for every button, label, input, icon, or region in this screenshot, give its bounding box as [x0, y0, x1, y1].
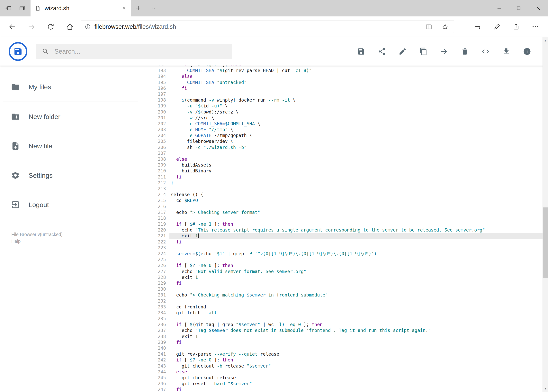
code-line[interactable]: 208 else — [141, 156, 542, 162]
code-text[interactable]: -e COMMIT_SHA=$COMMIT_SHA \ — [169, 121, 542, 127]
code-line[interactable]: 194 else — [141, 73, 542, 79]
code-text[interactable]: fi — [169, 339, 542, 345]
edit-button[interactable] — [399, 47, 407, 56]
code-text[interactable]: git reset --hard "$semver" — [169, 381, 542, 386]
favorite-star-icon[interactable] — [441, 23, 449, 30]
copy-button[interactable] — [419, 47, 428, 56]
code-text[interactable] — [169, 150, 542, 156]
save-button[interactable] — [357, 47, 365, 56]
code-text[interactable]: else — [169, 73, 542, 79]
code-line[interactable]: 220 echo "This release script requires a… — [141, 227, 542, 233]
code-text[interactable]: sh -c "./wizard.sh -b" — [169, 144, 542, 150]
code-text[interactable] — [169, 298, 542, 304]
code-text[interactable]: echo "> Checking matching $semver in fro… — [169, 292, 542, 298]
more-ellipsis-icon[interactable] — [526, 17, 545, 36]
code-text[interactable]: -v /$(pwd):/src:z \ — [169, 109, 542, 115]
code-text[interactable]: $(command -v winpty) docker run --rm -it… — [169, 97, 542, 103]
code-line[interactable]: 195 COMMIT_SHA="untracked" — [141, 79, 542, 85]
fold-arrow-icon[interactable]: ▾ — [171, 192, 172, 197]
code-text[interactable] — [169, 257, 542, 262]
code-text[interactable]: else — [169, 156, 542, 162]
set-tabs-aside-icon[interactable] — [5, 5, 12, 12]
code-line[interactable]: 205 filebrowser/dev \ — [141, 138, 542, 144]
code-editor[interactable]: 192 if [ -d ".git" ]; then193 COMMIT_SHA… — [141, 66, 542, 392]
code-line[interactable]: 245 git checkout release — [141, 375, 542, 381]
app-logo[interactable] — [9, 42, 28, 61]
code-line[interactable]: 213 — [141, 186, 542, 192]
code-line[interactable]: 197 — [141, 91, 542, 97]
share-file-button[interactable] — [378, 47, 386, 56]
code-text[interactable]: exit 1 — [169, 274, 542, 280]
code-line[interactable]: 226 if [ $? -ne 0 ]; then — [141, 262, 542, 268]
code-line[interactable]: 227 echo "Not valid semver format. See s… — [141, 268, 542, 274]
home-button[interactable] — [60, 17, 79, 36]
code-text[interactable]: fi — [169, 85, 542, 91]
download-button[interactable] — [502, 47, 510, 56]
code-text[interactable]: fi — [169, 174, 542, 180]
code-line[interactable]: 247 fi — [141, 386, 542, 392]
sidebar-item-new-file[interactable]: New file — [0, 131, 141, 161]
code-line[interactable]: 217 echo "> Checking semver format" — [141, 210, 542, 215]
code-line[interactable]: 225 — [141, 257, 542, 262]
code-line[interactable]: 218 — [141, 215, 542, 221]
code-text[interactable]: if [ $(git tag | grep "$semver" | wc -l)… — [169, 322, 542, 327]
delete-button[interactable] — [461, 47, 469, 56]
code-text[interactable]: buildBinary — [169, 168, 542, 174]
code-text[interactable]: if [ $? -ne 0 ]; then — [169, 262, 542, 268]
code-line[interactable]: 224 semver=$(echo "$1" | grep -P '^v(0|[… — [141, 251, 542, 257]
code-line[interactable]: 243 git checkout -b release "$semver" — [141, 363, 542, 369]
close-button[interactable] — [528, 0, 548, 16]
code-text[interactable]: } — [169, 180, 542, 186]
code-line[interactable]: 215 cd $REPO — [141, 197, 542, 203]
code-line[interactable]: 202 -e COMMIT_SHA=$COMMIT_SHA \ — [141, 121, 542, 127]
code-text[interactable]: -w //src \ — [169, 115, 542, 121]
code-text[interactable]: filebrowser/dev \ — [169, 138, 542, 144]
code-text[interactable] — [169, 286, 542, 292]
code-line[interactable]: 235 — [141, 316, 542, 322]
code-text[interactable]: COMMIT_SHA="$(git rev-parse HEAD | cut -… — [169, 68, 542, 73]
code-text[interactable] — [169, 215, 542, 221]
code-text[interactable]: -u "$(id -u)" \ — [169, 103, 542, 109]
code-text[interactable] — [169, 203, 542, 210]
code-text[interactable]: exit 1 — [169, 233, 542, 239]
code-line[interactable]: 229 fi — [141, 280, 542, 286]
code-text[interactable] — [169, 316, 542, 322]
code-text[interactable]: else — [169, 369, 542, 375]
tab-close-icon[interactable] — [122, 6, 126, 11]
code-line[interactable]: 241 git rev-parse --verify --quiet relea… — [141, 351, 542, 357]
code-text[interactable]: cd $REPO — [169, 197, 542, 203]
code-line[interactable]: 222 fi — [141, 239, 542, 245]
new-tab-button[interactable] — [131, 0, 146, 16]
code-text[interactable]: git fetch --all — [169, 310, 542, 316]
forward-button[interactable] — [22, 17, 41, 36]
code-line[interactable]: 238 exit 1 — [141, 334, 542, 339]
code-text[interactable]: if [ $# -ne 1 ]; then — [169, 221, 542, 227]
code-line[interactable]: 198 $(command -v winpty) docker run --rm… — [141, 97, 542, 103]
code-text[interactable]: -e HOME="//tmp" \ — [169, 127, 542, 133]
code-text[interactable]: semver=$(echo "$1" | grep -P '^v(0|[1-9]… — [169, 251, 542, 257]
code-text[interactable]: if [ -d ".git" ]; then — [169, 66, 542, 68]
code-text[interactable]: cd frontend — [169, 304, 542, 310]
back-button[interactable] — [3, 17, 22, 36]
site-info-icon[interactable] — [84, 23, 91, 30]
code-line[interactable]: 204 -e GOPATH=//tmp/gopath \ — [141, 133, 542, 138]
code-line[interactable]: 216 — [141, 203, 542, 210]
code-line[interactable]: 193 COMMIT_SHA="$(git rev-parse HEAD | c… — [141, 68, 542, 73]
hub-favorites-icon[interactable] — [468, 17, 487, 36]
code-line[interactable]: 236 if [ $(git tag | grep "$semver" | wc… — [141, 322, 542, 327]
code-line[interactable]: 239 fi — [141, 339, 542, 345]
code-line[interactable]: 242 if [ $? -ne 0 ]; then — [141, 357, 542, 363]
code-text[interactable] — [169, 186, 542, 192]
code-line[interactable]: 203 -e HOME="//tmp" \ — [141, 127, 542, 133]
code-text[interactable]: COMMIT_SHA="untracked" — [169, 79, 542, 85]
scrollbar-thumb[interactable] — [543, 207, 548, 278]
code-text[interactable]: if [ $? -ne 0 ]; then — [169, 357, 542, 363]
code-text[interactable]: echo "Not valid semver format. See semve… — [169, 268, 542, 274]
search-input[interactable] — [54, 48, 227, 55]
code-text[interactable]: fi — [169, 386, 542, 392]
browser-tab[interactable]: wizard.sh — [30, 0, 131, 16]
code-line[interactable]: 244 else — [141, 369, 542, 375]
code-line[interactable]: 237 echo "Tag $semver does not exist in … — [141, 327, 542, 333]
code-text[interactable]: git checkout -b release "$semver" — [169, 363, 542, 369]
code-line[interactable]: 211 fi — [141, 174, 542, 180]
